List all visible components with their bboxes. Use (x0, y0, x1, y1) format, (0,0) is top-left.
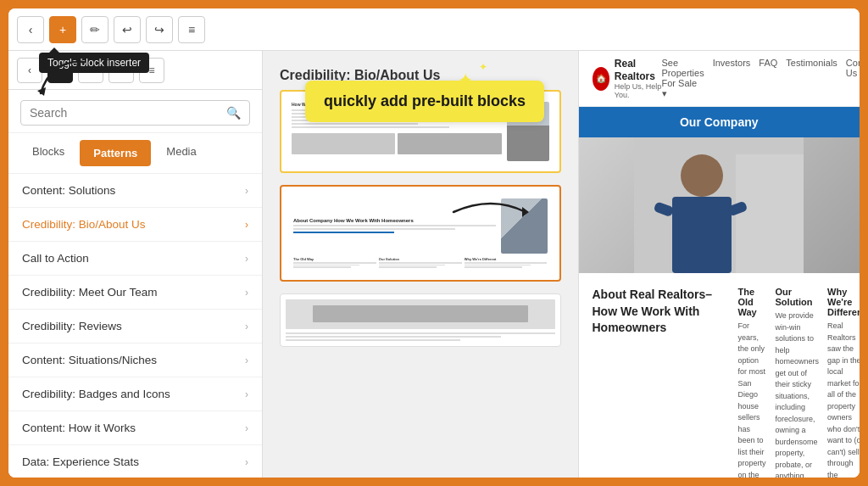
pattern-item-credibility-bio[interactable]: Credibility: Bio/About Us › (8, 208, 262, 242)
preview-card-2[interactable]: About Company How We Work With Homeowner… (280, 185, 561, 282)
sidebar: ‹ ✕ ✏ ↩ ≡ 🔍 Blocks Patterns (8, 51, 263, 478)
col3-text: Real Realtors saw the gap in the local m… (827, 321, 860, 478)
preview-card-3[interactable] (280, 293, 561, 347)
patterns-list: Content: Solutions › Credibility: Bio/Ab… (8, 174, 262, 478)
pattern-item-reviews[interactable]: Credibility: Reviews › (8, 310, 262, 344)
logo-name: Real Realtors (615, 58, 662, 82)
list-button[interactable]: ≡ (178, 16, 205, 43)
preview-wrapper: Credibility: Bio/About Us How We Work Wi… (280, 68, 561, 461)
tabs-row: Blocks Patterns Media (8, 133, 262, 174)
chevron-icon: › (245, 355, 248, 366)
col2-title: Our Solution (776, 287, 820, 307)
svg-point-4 (681, 154, 723, 197)
outer-frame: ‹ + ✏ ↩ ↪ ≡ Toggle block inserter ‹ ✕ ✏ (0, 0, 868, 486)
search-input[interactable] (30, 106, 220, 120)
about-left: About Real Realtors–How We Work With Hom… (593, 287, 728, 478)
nav-investors[interactable]: Investors (713, 58, 751, 99)
website-nav: See Properties For Sale ▾ Investors FAQ … (662, 58, 860, 99)
callout-bubble: quickly add pre-built blocks (305, 81, 544, 122)
toggle-tooltip: Toggle block inserter (39, 53, 149, 73)
about-section: About Real Realtors–How We Work With Hom… (593, 287, 847, 478)
col1-text: For years, the only option for most San … (738, 321, 767, 478)
chevron-icon: › (245, 456, 248, 468)
chevron-icon: › (245, 185, 248, 197)
chevron-icon: › (245, 219, 248, 231)
back-button[interactable]: ‹ (17, 16, 44, 43)
about-title: About Real Realtors–How We Work With Hom… (593, 287, 728, 337)
col3-title: Why We're Different (827, 287, 860, 317)
inner-container: ‹ + ✏ ↩ ↪ ≡ Toggle block inserter ‹ ✕ ✏ (8, 8, 860, 478)
search-box: 🔍 (20, 100, 250, 126)
chevron-icon: › (245, 253, 248, 265)
pattern-item-experience-stats[interactable]: Data: Experience Stats › (8, 445, 262, 478)
pattern-item-meet-our-team[interactable]: Credibility: Meet Our Team › (8, 276, 262, 310)
pen-button[interactable]: ✏ (81, 16, 108, 43)
tab-blocks[interactable]: Blocks (20, 140, 76, 166)
sparkle-1: ✦ (458, 70, 473, 92)
pattern-item-badges-icons[interactable]: Credibility: Badges and Icons › (8, 377, 262, 411)
insert-button[interactable]: + (49, 16, 76, 43)
nav-testimonials[interactable]: Testimonials (786, 58, 837, 99)
website-logo: 🏠 Real Realtors Help Us, Help You. (593, 58, 662, 99)
pattern-item-how-it-works[interactable]: Content: How it Works › (8, 411, 262, 445)
about-cols: The Old Way For years, the only option f… (738, 287, 860, 478)
nav-properties[interactable]: See Properties For Sale ▾ (662, 58, 704, 99)
undo-button[interactable]: ↩ (114, 16, 141, 43)
col2-text: We provide win-win solutions to help hom… (776, 310, 820, 478)
hero-image (579, 137, 860, 273)
about-col-1: The Old Way For years, the only option f… (738, 287, 767, 478)
website-banner: Our Company (579, 107, 860, 137)
website-hero (579, 137, 860, 273)
website-content: About Real Realtors–How We Work With Hom… (579, 273, 860, 478)
logo-icon: 🏠 (593, 67, 609, 91)
svg-rect-5 (672, 197, 732, 273)
tab-patterns[interactable]: Patterns (80, 140, 151, 166)
pattern-item-content-solutions[interactable]: Content: Solutions › (8, 174, 262, 208)
nav-faq[interactable]: FAQ (759, 58, 777, 99)
search-area: 🔍 (8, 90, 262, 133)
hero-person-svg (634, 137, 804, 273)
search-icon: 🔍 (226, 106, 241, 120)
tab-media[interactable]: Media (154, 140, 208, 166)
website-header: 🏠 Real Realtors Help Us, Help You. See P… (579, 51, 860, 107)
chevron-icon: › (245, 422, 248, 434)
sparkle-2: ✦ (441, 85, 451, 98)
svg-rect-3 (736, 154, 804, 273)
sparkle-3: ✦ (479, 61, 487, 73)
chevron-icon: › (245, 321, 248, 332)
redo-button[interactable]: ↪ (146, 16, 173, 43)
col1-title: The Old Way (738, 287, 767, 317)
main-toolbar: ‹ + ✏ ↩ ↪ ≡ Toggle block inserter (8, 8, 860, 51)
chevron-icon: › (245, 388, 248, 400)
website-preview: 🏠 Real Realtors Help Us, Help You. See P… (578, 51, 860, 478)
pattern-item-situations-niches[interactable]: Content: Situations/Niches › (8, 344, 262, 377)
preview-card-2-inner: About Company How We Work With Homeowner… (281, 187, 559, 280)
chevron-icon: › (245, 287, 248, 299)
logo-sub: Help Us, Help You. (615, 82, 662, 99)
pattern-item-call-to-action[interactable]: Call to Action › (8, 242, 262, 276)
about-col-2: Our Solution We provide win-win solution… (776, 287, 820, 478)
nav-contact[interactable]: Contact Us (846, 58, 860, 99)
about-col-3: Why We're Different Real Realtors saw th… (827, 287, 860, 478)
